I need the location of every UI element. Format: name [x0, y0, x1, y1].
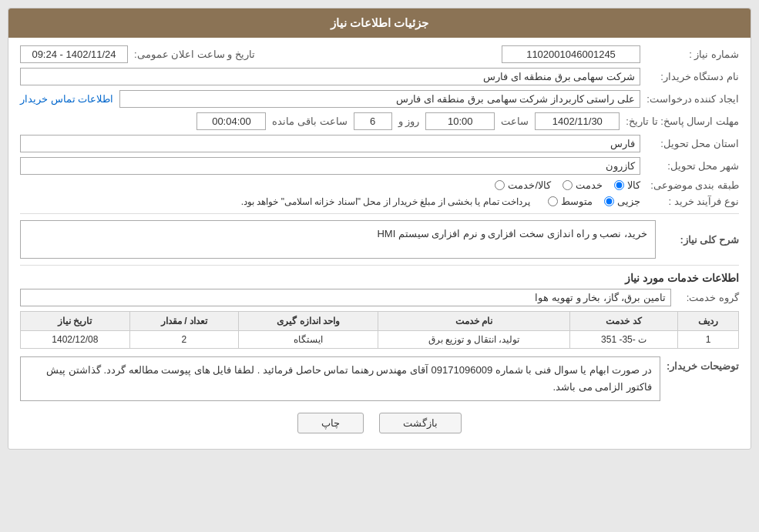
- category-radio-khedmat[interactable]: خدمت: [563, 179, 603, 191]
- col-row: ردیف: [677, 312, 738, 331]
- process-radio-motevaset-input[interactable]: [548, 196, 558, 206]
- need-description-label: شرح کلی نیاز:: [662, 234, 739, 246]
- response-days-label: روز و: [398, 115, 420, 127]
- response-remaining-label: ساعت باقی مانده: [272, 115, 347, 127]
- category-kala-khedmat-label: کالا/خدمت: [508, 179, 551, 191]
- action-buttons: بازگشت چاپ: [20, 413, 739, 433]
- back-button[interactable]: بازگشت: [379, 413, 462, 433]
- cell-row: 1: [677, 331, 738, 349]
- need-description-value: خرید، نصب و راه اندازی سخت افزاری و نرم …: [20, 220, 656, 259]
- process-type-label: نوع فرآیند خرید :: [646, 196, 739, 207]
- creator-label: ایجاد کننده درخواست:: [646, 93, 739, 105]
- cell-date: 1402/12/08: [21, 331, 130, 349]
- contact-link[interactable]: اطلاعات تماس خریدار: [20, 93, 113, 105]
- city-value: کازرون: [20, 157, 640, 175]
- province-label: استان محل تحویل:: [646, 138, 739, 149]
- announce-date-label: تاریخ و ساعت اعلان عمومی:: [134, 49, 255, 60]
- buyer-name-label: نام دستگاه خریدار:: [646, 71, 739, 82]
- page-title: جزئیات اطلاعات نیاز: [8, 8, 751, 38]
- col-date: تاریخ نیاز: [21, 312, 130, 331]
- process-note: پرداخت تمام یا بخشی از مبلغ خریدار از مح…: [241, 196, 530, 207]
- col-code: کد خدمت: [570, 312, 678, 331]
- response-date: 1402/11/30: [535, 112, 620, 130]
- col-unit: واحد اندازه گیری: [239, 312, 378, 331]
- category-radio-kala-input[interactable]: [614, 180, 624, 190]
- category-radio-kala[interactable]: کالا: [614, 179, 640, 191]
- category-label: طبقه بندی موضوعی:: [646, 179, 739, 191]
- table-row: 1ت -35- 351تولید، انتقال و توزیع برقایست…: [21, 331, 739, 349]
- process-motevaset-label: متوسط: [561, 196, 593, 207]
- response-deadline-label: مهلت ارسال پاسخ: تا تاریخ:: [626, 115, 739, 127]
- col-name: نام خدمت: [378, 312, 570, 331]
- category-radio-kala-khedmat-input[interactable]: [495, 180, 505, 190]
- category-radio-group: کالا/خدمت خدمت کالا: [495, 179, 640, 191]
- cell-name: تولید، انتقال و توزیع برق: [378, 331, 570, 349]
- buyer-notes-label: توضیحات خریدار:: [667, 356, 739, 372]
- cell-unit: ایستگاه: [239, 331, 378, 349]
- service-group-value: تامین برق، گاز، بخار و تهویه هوا: [20, 289, 671, 306]
- process-radio-jozii-input[interactable]: [604, 196, 614, 206]
- process-radio-group: متوسط جزیی: [548, 196, 640, 207]
- service-group-label: گروه خدمت:: [677, 292, 739, 303]
- buyer-name-value: شرکت سهامی برق منطقه ای فارس: [20, 68, 640, 85]
- response-time: 10:00: [425, 112, 495, 130]
- creator-value: علی راستی کاربرداز شرکت سهامی برق منطقه …: [119, 90, 640, 108]
- need-number-label: شماره نیاز :: [646, 49, 739, 60]
- announce-date-value: 1402/11/24 - 09:24: [20, 45, 128, 63]
- response-remaining: 00:04:00: [196, 112, 266, 130]
- province-value: فارس: [20, 135, 640, 152]
- city-label: شهر محل تحویل:: [646, 160, 739, 172]
- category-khedmat-label: خدمت: [576, 179, 603, 191]
- need-number-value: 1102001046001245: [502, 45, 640, 63]
- response-time-label: ساعت: [501, 115, 529, 127]
- response-days: 6: [354, 112, 392, 130]
- process-radio-motevaset[interactable]: متوسط: [548, 196, 593, 207]
- cell-quantity: 2: [129, 331, 239, 349]
- process-jozii-label: جزیی: [617, 196, 640, 207]
- category-kala-label: کالا: [627, 179, 640, 191]
- category-radio-khedmat-input[interactable]: [563, 180, 573, 190]
- col-quantity: تعداد / مقدار: [129, 312, 239, 331]
- process-radio-jozii[interactable]: جزیی: [604, 196, 640, 207]
- print-button[interactable]: چاپ: [297, 413, 364, 433]
- buyer-notes-value: در صورت ابهام یا سوال فنی با شماره 09171…: [20, 356, 660, 401]
- category-radio-kala-khedmat[interactable]: کالا/خدمت: [495, 179, 551, 191]
- services-table: ردیف کد خدمت نام خدمت واحد اندازه گیری ت…: [20, 311, 739, 349]
- service-info-title: اطلاعات خدمات مورد نیاز: [20, 272, 739, 284]
- cell-code: ت -35- 351: [570, 331, 678, 349]
